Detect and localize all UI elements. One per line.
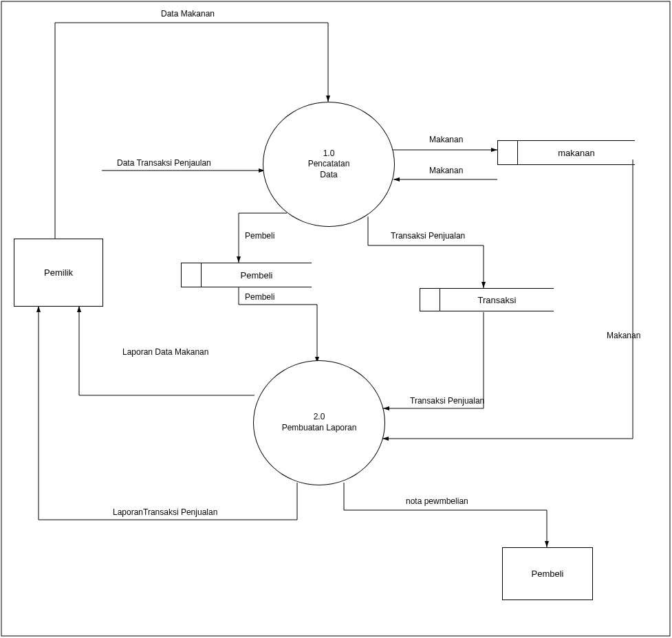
flow-makanan-out: Makanan: [429, 135, 463, 144]
flow-pembeli-in: Pembeli: [245, 292, 274, 302]
process-2-id: 2.0: [314, 412, 325, 423]
flow-laporan-data-makanan: Laporan Data Makanan: [122, 347, 208, 357]
flow-makanan-in: Makanan: [429, 166, 463, 175]
process-1-id: 1.0: [323, 148, 335, 160]
datastore-pembeli-label: Pembeli: [241, 270, 273, 280]
flow-laporan-transaksi-penjualan: LaporanTransaksi Penjualan: [113, 507, 217, 517]
flow-makanan-down: Makanan: [607, 331, 640, 340]
datastore-makanan-label: makanan: [558, 148, 594, 158]
process-2-name: Pembuatan Laporan: [282, 423, 357, 434]
entity-pemilik: Pemilik: [14, 239, 103, 307]
flow-data-makanan: Data Makanan: [161, 9, 215, 19]
datastore-transaksi: Transaksi: [420, 288, 554, 311]
process-1: 1.0 Pencatatan Data: [263, 102, 395, 227]
datastore-transaksi-label: Transaksi: [478, 295, 517, 305]
svg-rect-0: [1, 1, 670, 636]
flow-data-transaksi-penjaulan: Data Transaksi Penjaulan: [117, 158, 211, 168]
entity-pembeli-label: Pembeli: [532, 569, 564, 579]
flow-nota-pewmbelian: nota pewmbelian: [406, 496, 468, 506]
flow-transaksi-penjualan: Transaksi Penjualan: [391, 231, 465, 241]
entity-pemilik-label: Pemilik: [44, 267, 73, 278]
entity-pembeli: Pembeli: [502, 547, 593, 600]
flow-pembeli-out: Pembeli: [245, 231, 274, 241]
process-1-name: Pencatatan Data: [308, 159, 350, 180]
flow-lines: [0, 0, 672, 638]
dfd-canvas: Pemilik Pembeli 1.0 Pencatatan Data 2.0 …: [0, 0, 672, 638]
flow-transaksi-penjualan-2: Transaksi Penjualan: [410, 396, 484, 406]
datastore-pembeli: Pembeli: [181, 263, 312, 287]
datastore-makanan: makanan: [497, 140, 635, 165]
process-2: 2.0 Pembuatan Laporan: [253, 360, 385, 485]
